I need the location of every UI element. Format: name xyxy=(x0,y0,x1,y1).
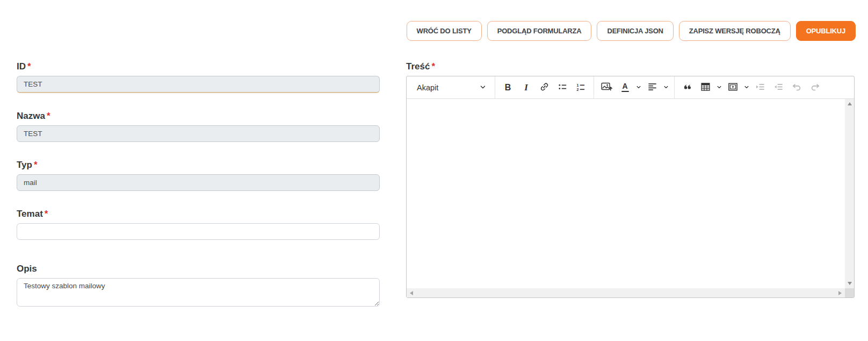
required-asterisk: * xyxy=(47,111,50,121)
save-draft-button[interactable]: ZAPISZ WERSJĘ ROBOCZĄ xyxy=(679,21,791,41)
typ-input xyxy=(17,174,380,191)
chevron-down-icon xyxy=(663,83,669,91)
content-editor-column: Treść* Akapit B I xyxy=(406,61,855,298)
scroll-up-arrow-icon[interactable] xyxy=(848,102,852,105)
opis-label-text: Opis xyxy=(17,264,37,274)
field-group-opis: Opis Testowy szablon mailowy xyxy=(17,264,380,309)
font-color-dropdown-chevron[interactable] xyxy=(634,79,643,96)
header-action-bar: WRÓĆ DO LISTY PODGLĄD FORMULARZA DEFINIC… xyxy=(407,21,856,41)
text-alignment-button[interactable] xyxy=(643,79,661,96)
indent-button xyxy=(751,79,769,96)
paragraph-style-dropdown[interactable]: Akapit xyxy=(411,79,491,96)
temat-field-label: Temat* xyxy=(17,209,380,219)
typ-field-label: Typ* xyxy=(17,160,380,170)
required-asterisk: * xyxy=(45,209,48,219)
required-asterisk: * xyxy=(431,61,435,72)
font-color-button[interactable]: A xyxy=(616,79,634,96)
link-button[interactable] xyxy=(536,79,553,96)
bold-icon: B xyxy=(505,83,511,93)
bulleted-list-button[interactable] xyxy=(554,79,572,96)
form-preview-button[interactable]: PODGLĄD FORMULARZA xyxy=(487,21,592,41)
svg-text:1: 1 xyxy=(576,83,578,87)
field-group-temat: Temat* xyxy=(17,209,380,240)
chevron-down-icon xyxy=(744,83,749,91)
id-field-label: ID* xyxy=(17,61,380,72)
nazwa-field-label: Nazwa* xyxy=(17,111,380,122)
scrollbar-corner xyxy=(845,288,854,297)
scroll-left-arrow-icon[interactable] xyxy=(410,291,413,295)
undo-icon xyxy=(792,82,802,94)
paragraph-style-value: Akapit xyxy=(417,83,438,92)
undo-button xyxy=(788,79,806,96)
horizontal-scrollbar[interactable] xyxy=(407,288,845,297)
redo-icon xyxy=(810,82,820,94)
outdent-button xyxy=(770,79,787,96)
font-color-bar xyxy=(621,91,629,93)
bulleted-list-icon xyxy=(558,82,568,94)
chevron-down-icon xyxy=(636,83,641,91)
italic-button[interactable]: I xyxy=(517,79,535,96)
nazwa-label-text: Nazwa xyxy=(17,111,45,121)
text-alignment-dropdown-chevron[interactable] xyxy=(662,79,670,96)
link-icon xyxy=(539,82,549,94)
insert-table-dropdown-chevron[interactable] xyxy=(715,79,724,96)
italic-icon: I xyxy=(524,82,528,93)
editor-body xyxy=(407,99,854,297)
chevron-down-icon xyxy=(717,83,722,91)
redo-button xyxy=(806,79,824,96)
chevron-down-icon xyxy=(480,83,486,92)
form-fields-column: ID* Nazwa* Typ* Temat* Opis Testowy szab… xyxy=(17,61,380,326)
nazwa-input xyxy=(17,125,380,142)
insert-table-icon xyxy=(700,82,711,94)
scroll-right-arrow-icon[interactable] xyxy=(838,291,842,295)
field-group-typ: Typ* xyxy=(17,160,380,191)
id-input xyxy=(17,76,380,93)
rich-text-content[interactable] xyxy=(407,99,845,288)
tresc-field-label: Treść* xyxy=(406,61,855,72)
numbered-list-icon: 12 xyxy=(576,82,586,94)
vertical-scrollbar[interactable] xyxy=(845,99,854,288)
required-asterisk: * xyxy=(27,61,31,72)
outdent-icon xyxy=(773,82,784,94)
field-group-id: ID* xyxy=(17,61,380,93)
bold-button[interactable]: B xyxy=(499,79,517,96)
block-quote-button[interactable] xyxy=(678,79,696,96)
media-embed-icon xyxy=(728,82,738,94)
tresc-label-text: Treść xyxy=(406,61,430,72)
text-alignment-icon xyxy=(647,82,657,94)
font-color-letter: A xyxy=(622,83,627,90)
opis-field-label: Opis xyxy=(17,264,380,274)
numbered-list-button[interactable]: 12 xyxy=(572,79,590,96)
block-quote-icon xyxy=(682,82,692,94)
publish-button[interactable]: OPUBLIKUJ xyxy=(796,21,856,41)
required-asterisk: * xyxy=(34,160,38,170)
insert-table-button[interactable] xyxy=(697,79,714,96)
image-upload-icon xyxy=(601,81,612,94)
id-label-text: ID xyxy=(17,61,26,72)
typ-label-text: Typ xyxy=(17,160,32,170)
scroll-down-arrow-icon[interactable] xyxy=(848,282,852,285)
toolbar-separator xyxy=(495,76,495,98)
json-definition-button[interactable]: DEFINICJA JSON xyxy=(597,21,673,41)
font-color-icon: A xyxy=(621,83,629,93)
svg-text:2: 2 xyxy=(576,87,578,91)
opis-textarea[interactable]: Testowy szablon mailowy xyxy=(17,278,380,307)
toolbar-separator xyxy=(594,76,594,98)
media-embed-button[interactable] xyxy=(724,79,742,96)
media-embed-dropdown-chevron[interactable] xyxy=(742,79,751,96)
editor-toolbar: Akapit B I xyxy=(407,76,854,99)
back-to-list-button[interactable]: WRÓĆ DO LISTY xyxy=(407,21,482,41)
indent-icon xyxy=(755,82,765,94)
field-group-nazwa: Nazwa* xyxy=(17,111,380,142)
temat-input[interactable] xyxy=(17,223,380,240)
image-upload-button[interactable] xyxy=(598,79,616,96)
temat-label-text: Temat xyxy=(17,209,43,219)
rich-text-editor: Akapit B I xyxy=(406,76,855,298)
toolbar-separator xyxy=(674,76,675,98)
